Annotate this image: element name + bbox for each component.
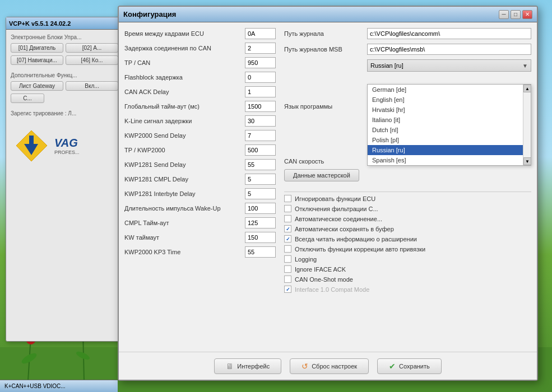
checkbox-row: Logging xyxy=(284,255,531,263)
checkbox[interactable] xyxy=(284,276,291,283)
right-settings-column: Путь журнала Путь журналов MSB Язык прог… xyxy=(284,28,531,346)
setting-input[interactable] xyxy=(245,57,276,68)
checkbox-label: Отключить функции коррекции авто привязк… xyxy=(295,246,425,253)
dropdown-item[interactable]: Dutch [nl] xyxy=(368,125,523,135)
setting-row: KWP1281 Interbyte Delay xyxy=(124,188,276,199)
language-selected[interactable]: Russian [ru] ▼ xyxy=(367,59,531,72)
dropdown-item[interactable]: Hrvatski [hr] xyxy=(368,105,523,115)
checkbox xyxy=(284,286,291,293)
checkbox[interactable] xyxy=(284,235,291,242)
vcp-background-window: VCP+K v5.5.1 24.02.2 Электронные Блоки У… xyxy=(6,17,123,342)
setting-label: Flashblock задержка xyxy=(124,74,242,81)
setting-input[interactable] xyxy=(245,232,276,243)
dialog-title: Конфигурация xyxy=(123,10,176,18)
setting-input[interactable] xyxy=(245,101,276,112)
log-path-row: Путь журнала xyxy=(284,28,531,39)
taskbar-text: K+CAN++USB VDIOC... xyxy=(4,383,66,389)
setting-label: CAN ACK Delay xyxy=(124,88,242,95)
vcp-btn7[interactable]: С... xyxy=(11,94,44,103)
setting-row: CAN ACK Delay xyxy=(124,86,276,97)
can-speed-label: CAN скорость xyxy=(284,158,363,165)
setting-input[interactable] xyxy=(245,159,276,170)
interface-button[interactable]: 🖥 Интерфейс xyxy=(214,358,281,374)
save-button[interactable]: ✔ Сохранить xyxy=(377,358,442,374)
checkbox[interactable] xyxy=(284,195,291,202)
language-dropdown-list: German [de]English [en]Hrvatski [hr]Ital… xyxy=(367,84,531,166)
checkbox-label: Всегда читать информацию о расширении xyxy=(295,236,417,242)
dropdown-arrow-icon: ▼ xyxy=(522,63,528,69)
checkbox-label: Ignore IFACE ACK xyxy=(295,266,346,273)
checkbox[interactable] xyxy=(284,245,291,253)
checkbox[interactable] xyxy=(284,255,291,263)
setting-input[interactable] xyxy=(245,144,276,156)
checkbox-row: Отключить функции коррекции авто привязк… xyxy=(284,245,531,253)
setting-input[interactable] xyxy=(245,203,276,214)
vcp-btn2[interactable]: [02] А... xyxy=(66,43,118,53)
checkbox-row: Ignore IFACE ACK xyxy=(284,265,531,273)
vcp-btn3[interactable]: [07] Навигаци... xyxy=(11,55,63,65)
minimize-button[interactable]: ─ xyxy=(499,10,509,19)
setting-row: Длительность импульса Wake-Up xyxy=(124,203,276,214)
vcp-btn1[interactable]: [01] Двигатель xyxy=(11,43,63,53)
interface-button-label: Интерфейс xyxy=(237,363,270,370)
left-settings-column: Время между кадрами ECU Задержка соедине… xyxy=(124,28,276,346)
window-controls: ─ □ ✕ xyxy=(499,10,532,19)
vcp-title: VCP+K v5.5.1 24.02.2 xyxy=(9,20,71,27)
close-button[interactable]: ✕ xyxy=(522,10,532,19)
checkbox[interactable] xyxy=(284,225,291,232)
setting-label: KWP2000 Send Delay xyxy=(124,132,242,139)
dropdown-item[interactable]: Italiano [it] xyxy=(368,115,523,125)
scroll-down-button[interactable]: ▼ xyxy=(523,157,531,165)
setting-label: KWP1281 Send Delay xyxy=(124,161,242,168)
vcp-logo: VAG PROFES... xyxy=(11,125,118,167)
dropdown-item[interactable]: English [en] xyxy=(368,95,523,105)
save-icon: ✔ xyxy=(389,362,396,371)
vcp-btn5[interactable]: Лист Gateway xyxy=(11,81,63,91)
setting-label: Задержка соединения по CAN xyxy=(124,45,242,52)
setting-label: KWP2000 KP3 Time xyxy=(124,249,242,255)
dropdown-item[interactable]: German [de] xyxy=(368,85,523,95)
setting-input[interactable] xyxy=(245,174,276,185)
reset-button[interactable]: ↺ Сброс настроек xyxy=(290,358,369,374)
monitor-icon: 🖥 xyxy=(226,362,234,371)
setting-input[interactable] xyxy=(245,217,276,228)
msb-path-input[interactable] xyxy=(367,44,531,55)
checkbox-label: Автоматически сохранять в буфер xyxy=(295,226,394,232)
checkbox[interactable] xyxy=(284,215,291,222)
setting-input[interactable] xyxy=(245,43,276,54)
log-path-input[interactable] xyxy=(367,28,531,39)
setting-input[interactable] xyxy=(245,246,276,258)
checkbox-label: Отключения фильтрации C... xyxy=(295,206,378,212)
dropdown-item[interactable]: Spanish [es] xyxy=(368,155,523,165)
vcp-logo-sub: PROFES... xyxy=(54,150,80,155)
setting-input[interactable] xyxy=(245,188,276,199)
config-dialog: Конфигурация ─ □ ✕ Время между кадрами E… xyxy=(118,6,538,381)
workshop-button[interactable]: Данные мастерской xyxy=(284,169,359,181)
vcp-section1-label: Электронные Блоки Упра... xyxy=(11,34,118,40)
setting-row: KWP2000 KP3 Time xyxy=(124,246,276,258)
checkbox-label: Interface 1.0 Compat Mode xyxy=(295,286,369,293)
language-row: Язык программы Russian [ru] ▼ German [de… xyxy=(284,59,531,153)
language-dropdown-container: Russian [ru] ▼ German [de]English [en]Hr… xyxy=(367,59,531,153)
checkbox[interactable] xyxy=(284,205,291,212)
checkbox[interactable] xyxy=(284,265,291,273)
setting-input[interactable] xyxy=(245,72,276,83)
vcp-btn4[interactable]: [46] Ко... xyxy=(66,55,118,65)
save-button-label: Сохранить xyxy=(399,363,430,370)
checkbox-row: Отключения фильтрации C... xyxy=(284,205,531,212)
scroll-up-button[interactable]: ▲ xyxy=(523,85,531,92)
setting-input[interactable] xyxy=(245,28,276,39)
setting-input[interactable] xyxy=(245,86,276,97)
maximize-button[interactable]: □ xyxy=(511,10,521,19)
dropdown-item[interactable]: Polish [pl] xyxy=(368,135,523,145)
checkbox-row: Interface 1.0 Compat Mode xyxy=(284,286,531,293)
vcp-btn6[interactable]: Вкл... xyxy=(66,81,118,91)
setting-label: K-Line сигнал задержки xyxy=(124,118,242,124)
reset-icon: ↺ xyxy=(301,362,308,371)
dropdown-item[interactable]: Russian [ru] xyxy=(368,145,523,155)
checkbox-row: Автоматически сохранять в буфер xyxy=(284,225,531,232)
setting-input[interactable] xyxy=(245,115,276,127)
setting-input[interactable] xyxy=(245,130,276,141)
taskbar: K+CAN++USB VDIOC... xyxy=(0,380,118,392)
checkbox-row: Всегда читать информацию о расширении xyxy=(284,235,531,242)
